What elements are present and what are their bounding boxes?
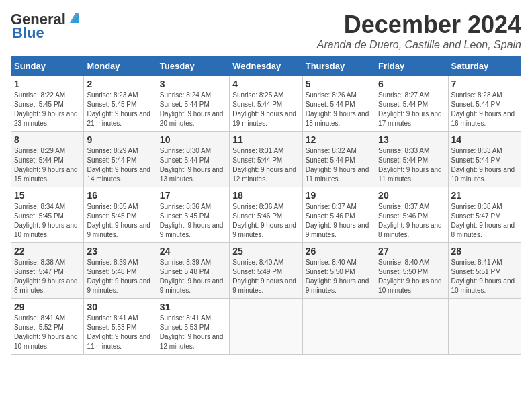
day-info: Sunrise: 8:22 AMSunset: 5:45 PMDaylight:… <box>14 91 81 128</box>
calendar-cell: 7Sunrise: 8:28 AMSunset: 5:44 PMDaylight… <box>448 76 521 132</box>
logo-blue: Blue <box>12 24 44 42</box>
day-number: 8 <box>14 134 81 145</box>
weekday-monday: Monday <box>84 57 157 76</box>
calendar-cell: 15Sunrise: 8:34 AMSunset: 5:45 PMDayligh… <box>11 187 84 243</box>
calendar-cell: 22Sunrise: 8:38 AMSunset: 5:47 PMDayligh… <box>11 243 84 299</box>
day-number: 21 <box>451 190 518 201</box>
day-number: 14 <box>451 134 518 145</box>
day-info: Sunrise: 8:39 AMSunset: 5:48 PMDaylight:… <box>160 258 226 295</box>
day-number: 30 <box>87 302 153 312</box>
calendar-cell: 3Sunrise: 8:24 AMSunset: 5:44 PMDaylight… <box>157 76 229 132</box>
day-info: Sunrise: 8:33 AMSunset: 5:44 PMDaylight:… <box>378 146 445 184</box>
day-info: Sunrise: 8:32 AMSunset: 5:44 PMDaylight:… <box>306 146 372 184</box>
day-number: 18 <box>232 190 299 201</box>
calendar-table: SundayMondayTuesdayWednesdayThursdayFrid… <box>11 56 521 355</box>
weekday-saturday: Saturday <box>448 57 521 76</box>
day-info: Sunrise: 8:26 AMSunset: 5:44 PMDaylight:… <box>306 91 372 128</box>
calendar-cell: 6Sunrise: 8:27 AMSunset: 5:44 PMDaylight… <box>375 76 448 132</box>
calendar-cell: 23Sunrise: 8:39 AMSunset: 5:48 PMDayligh… <box>84 243 157 299</box>
week-row-5: 29Sunrise: 8:41 AMSunset: 5:52 PMDayligh… <box>11 299 521 355</box>
week-row-4: 22Sunrise: 8:38 AMSunset: 5:47 PMDayligh… <box>11 243 521 299</box>
location-title: Aranda de Duero, Castille and Leon, Spai… <box>317 39 521 51</box>
day-number: 16 <box>87 190 153 201</box>
week-row-2: 8Sunrise: 8:29 AMSunset: 5:44 PMDaylight… <box>11 132 521 187</box>
calendar-cell <box>448 299 521 355</box>
day-info: Sunrise: 8:36 AMSunset: 5:45 PMDaylight:… <box>160 202 226 240</box>
day-number: 28 <box>451 246 518 257</box>
day-info: Sunrise: 8:41 AMSunset: 5:52 PMDaylight:… <box>14 314 81 351</box>
day-number: 3 <box>160 79 226 89</box>
calendar-cell: 17Sunrise: 8:36 AMSunset: 5:45 PMDayligh… <box>157 187 229 243</box>
week-row-1: 1Sunrise: 8:22 AMSunset: 5:45 PMDaylight… <box>11 76 521 132</box>
day-info: Sunrise: 8:40 AMSunset: 5:49 PMDaylight:… <box>232 258 299 295</box>
day-info: Sunrise: 8:33 AMSunset: 5:44 PMDaylight:… <box>451 146 518 184</box>
day-info: Sunrise: 8:29 AMSunset: 5:44 PMDaylight:… <box>14 146 81 184</box>
calendar-cell: 12Sunrise: 8:32 AMSunset: 5:44 PMDayligh… <box>302 132 375 187</box>
day-number: 6 <box>378 79 445 89</box>
day-info: Sunrise: 8:40 AMSunset: 5:50 PMDaylight:… <box>306 258 372 295</box>
day-info: Sunrise: 8:37 AMSunset: 5:46 PMDaylight:… <box>306 202 372 240</box>
day-info: Sunrise: 8:31 AMSunset: 5:44 PMDaylight:… <box>232 146 299 184</box>
day-info: Sunrise: 8:38 AMSunset: 5:47 PMDaylight:… <box>14 258 81 295</box>
day-number: 9 <box>87 134 153 145</box>
day-number: 25 <box>232 246 299 257</box>
day-info: Sunrise: 8:24 AMSunset: 5:44 PMDaylight:… <box>160 91 226 128</box>
day-info: Sunrise: 8:36 AMSunset: 5:46 PMDaylight:… <box>232 202 299 240</box>
calendar-cell: 11Sunrise: 8:31 AMSunset: 5:44 PMDayligh… <box>230 132 302 187</box>
page-header: General Blue December 2024 Aranda de Due… <box>11 11 521 51</box>
calendar-cell: 28Sunrise: 8:41 AMSunset: 5:51 PMDayligh… <box>448 243 521 299</box>
calendar-cell: 16Sunrise: 8:35 AMSunset: 5:45 PMDayligh… <box>84 187 157 243</box>
day-number: 27 <box>378 246 445 257</box>
calendar-cell: 31Sunrise: 8:41 AMSunset: 5:53 PMDayligh… <box>157 299 229 355</box>
calendar-cell <box>302 299 375 355</box>
day-info: Sunrise: 8:37 AMSunset: 5:46 PMDaylight:… <box>378 202 445 240</box>
day-info: Sunrise: 8:35 AMSunset: 5:45 PMDaylight:… <box>87 202 153 240</box>
day-number: 29 <box>14 302 81 312</box>
calendar-cell: 9Sunrise: 8:29 AMSunset: 5:44 PMDaylight… <box>84 132 157 187</box>
calendar-cell: 20Sunrise: 8:37 AMSunset: 5:46 PMDayligh… <box>375 187 448 243</box>
day-number: 15 <box>14 190 81 201</box>
day-info: Sunrise: 8:41 AMSunset: 5:51 PMDaylight:… <box>451 258 518 295</box>
logo: General Blue <box>11 11 82 42</box>
calendar-cell: 13Sunrise: 8:33 AMSunset: 5:44 PMDayligh… <box>375 132 448 187</box>
day-number: 22 <box>14 246 81 257</box>
calendar-cell <box>375 299 448 355</box>
calendar-cell: 30Sunrise: 8:41 AMSunset: 5:53 PMDayligh… <box>84 299 157 355</box>
day-number: 2 <box>87 79 153 89</box>
calendar-body: 1Sunrise: 8:22 AMSunset: 5:45 PMDaylight… <box>11 76 521 355</box>
day-number: 1 <box>14 79 81 89</box>
calendar-cell: 27Sunrise: 8:40 AMSunset: 5:50 PMDayligh… <box>375 243 448 299</box>
day-number: 20 <box>378 190 445 201</box>
calendar-cell: 25Sunrise: 8:40 AMSunset: 5:49 PMDayligh… <box>230 243 302 299</box>
day-info: Sunrise: 8:40 AMSunset: 5:50 PMDaylight:… <box>378 258 445 295</box>
calendar-cell: 5Sunrise: 8:26 AMSunset: 5:44 PMDaylight… <box>302 76 375 132</box>
day-info: Sunrise: 8:29 AMSunset: 5:44 PMDaylight:… <box>87 146 153 184</box>
calendar-cell: 19Sunrise: 8:37 AMSunset: 5:46 PMDayligh… <box>302 187 375 243</box>
calendar-cell: 1Sunrise: 8:22 AMSunset: 5:45 PMDaylight… <box>11 76 84 132</box>
calendar-cell: 14Sunrise: 8:33 AMSunset: 5:44 PMDayligh… <box>448 132 521 187</box>
calendar-cell: 24Sunrise: 8:39 AMSunset: 5:48 PMDayligh… <box>157 243 229 299</box>
week-row-3: 15Sunrise: 8:34 AMSunset: 5:45 PMDayligh… <box>11 187 521 243</box>
day-number: 10 <box>160 134 226 145</box>
day-number: 17 <box>160 190 226 201</box>
day-info: Sunrise: 8:25 AMSunset: 5:44 PMDaylight:… <box>232 91 299 128</box>
weekday-friday: Friday <box>375 57 448 76</box>
day-number: 5 <box>306 79 372 89</box>
day-info: Sunrise: 8:41 AMSunset: 5:53 PMDaylight:… <box>160 314 226 351</box>
day-number: 23 <box>87 246 153 257</box>
calendar-cell: 2Sunrise: 8:23 AMSunset: 5:45 PMDaylight… <box>84 76 157 132</box>
weekday-tuesday: Tuesday <box>157 57 229 76</box>
day-info: Sunrise: 8:38 AMSunset: 5:47 PMDaylight:… <box>451 202 518 240</box>
day-number: 12 <box>306 134 372 145</box>
weekday-header-row: SundayMondayTuesdayWednesdayThursdayFrid… <box>11 57 521 76</box>
calendar-cell <box>230 299 302 355</box>
day-info: Sunrise: 8:39 AMSunset: 5:48 PMDaylight:… <box>87 258 153 295</box>
day-info: Sunrise: 8:30 AMSunset: 5:44 PMDaylight:… <box>160 146 226 184</box>
day-info: Sunrise: 8:34 AMSunset: 5:45 PMDaylight:… <box>14 202 81 240</box>
calendar-cell: 21Sunrise: 8:38 AMSunset: 5:47 PMDayligh… <box>448 187 521 243</box>
logo-icon <box>67 11 82 26</box>
day-info: Sunrise: 8:27 AMSunset: 5:44 PMDaylight:… <box>378 91 445 128</box>
day-number: 4 <box>232 79 299 89</box>
calendar-cell: 8Sunrise: 8:29 AMSunset: 5:44 PMDaylight… <box>11 132 84 187</box>
calendar-cell: 29Sunrise: 8:41 AMSunset: 5:52 PMDayligh… <box>11 299 84 355</box>
